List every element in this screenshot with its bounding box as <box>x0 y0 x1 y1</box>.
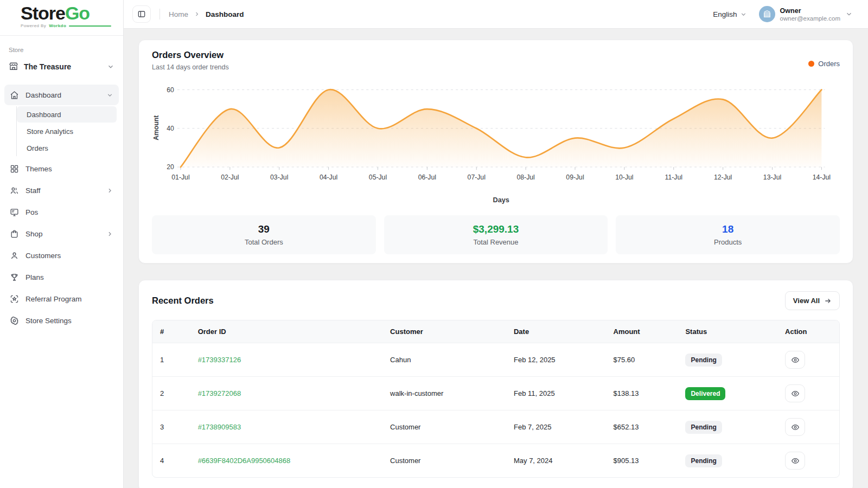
view-order-button[interactable] <box>785 452 805 470</box>
view-order-button[interactable] <box>785 351 805 369</box>
svg-text:14-Jul: 14-Jul <box>813 174 831 181</box>
date-cell: Feb 11, 2025 <box>506 377 606 410</box>
language-selector[interactable]: English <box>713 10 746 18</box>
total-orders-label: Total Orders <box>245 238 283 246</box>
logo-go-part: Go <box>65 3 90 23</box>
sidebar-subitem-orders[interactable]: Orders <box>17 140 117 156</box>
row-num: 4 <box>152 444 190 478</box>
recent-orders-card: Recent Orders View All # Order ID <box>138 280 853 488</box>
grid-icon <box>10 164 19 174</box>
sidebar-item-staff[interactable]: Staff <box>4 180 119 201</box>
legend-orders-label: Orders <box>818 60 840 68</box>
table-row: 4 #6639F8402D6A9950604868 Customer May 7… <box>152 444 839 478</box>
top-bar: Home Dashboard English <box>124 0 868 29</box>
amount-cell: $652.13 <box>606 410 678 444</box>
sidebar-item-dashboard[interactable]: Dashboard <box>4 85 119 105</box>
chart-x-axis-label: Days <box>493 196 509 204</box>
powered-by-underline <box>69 25 111 27</box>
date-cell: Feb 12, 2025 <box>506 343 606 377</box>
sidebar-panel-icon <box>137 10 146 18</box>
row-num: 1 <box>152 343 190 377</box>
column-header-date: Date <box>506 320 606 343</box>
stat-total-revenue: $3,299.13 Total Revenue <box>384 215 608 254</box>
sidebar-item-label: Customers <box>25 252 113 260</box>
store-selector[interactable]: The Treasure <box>0 57 123 79</box>
view-order-button[interactable] <box>785 384 805 402</box>
page-content: Orders Overview Last 14 days order trend… <box>124 29 868 488</box>
order-id-link[interactable]: #6639F8402D6A9950604868 <box>198 457 291 465</box>
svg-text:11-Jul: 11-Jul <box>665 174 682 181</box>
svg-text:40: 40 <box>167 125 174 132</box>
order-id-link[interactable]: #1738909583 <box>198 423 241 431</box>
svg-text:60: 60 <box>167 86 174 94</box>
amount-cell: $138.13 <box>606 377 678 410</box>
breadcrumb-home-link[interactable]: Home <box>169 10 188 18</box>
column-header-status: Status <box>678 320 777 343</box>
customer-cell: Cahun <box>382 343 506 377</box>
view-all-label: View All <box>793 297 820 305</box>
orders-trend-chart[interactable]: 204060 01-Jul02-Jul03-Jul04-Jul05-Jul06-… <box>152 74 840 208</box>
sidebar-section-store-label: Store <box>0 36 123 57</box>
logo-store-part: Store <box>21 3 65 23</box>
sidebar-item-pos[interactable]: Pos <box>4 202 119 222</box>
shopping-bag-icon <box>10 229 19 239</box>
sidebar-subitem-store-analytics[interactable]: Store Analytics <box>17 123 117 139</box>
sidebar-item-store-settings[interactable]: Store Settings <box>4 310 119 331</box>
orders-overview-subtitle: Last 14 days order trends <box>152 63 229 71</box>
column-header-customer: Customer <box>382 320 506 343</box>
eye-icon <box>791 457 800 465</box>
total-revenue-label: Total Revenue <box>473 238 518 246</box>
user-meta: Owner owner@example.com <box>780 7 840 22</box>
sidebar-item-shop[interactable]: Shop <box>4 223 119 244</box>
order-id-link[interactable]: #1739337126 <box>198 356 241 364</box>
svg-text:20: 20 <box>167 163 174 171</box>
sidebar-item-themes[interactable]: Themes <box>4 158 119 179</box>
sidebar-item-label: Referral Program <box>25 295 113 303</box>
chevron-down-icon <box>740 11 747 18</box>
status-badge: Delivered <box>685 387 725 400</box>
sidebar-item-label: Plans <box>25 273 113 281</box>
pos-monitor-icon <box>10 208 19 217</box>
dashboard-submenu: Dashboard Store Analytics Orders <box>16 106 119 156</box>
order-id-link[interactable]: #1739272068 <box>198 389 241 397</box>
user-menu[interactable]: Owner owner@example.com <box>759 6 853 22</box>
chart-y-axis-label: Amount <box>152 115 160 140</box>
eye-icon <box>791 389 800 398</box>
sidebar-toggle-button[interactable] <box>132 5 151 23</box>
amount-cell: $75.60 <box>606 343 678 377</box>
orders-overview-titles: Orders Overview Last 14 days order trend… <box>152 50 229 71</box>
user-name: Owner <box>780 7 840 15</box>
brand-logo[interactable]: StoreGo Powered By Workdo <box>0 0 123 36</box>
logo-text: StoreGo <box>21 4 111 22</box>
sidebar-item-plans[interactable]: Plans <box>4 267 119 287</box>
sidebar-item-referral-program[interactable]: Referral Program <box>4 288 119 309</box>
view-order-button[interactable] <box>785 418 805 436</box>
chevron-down-icon <box>845 10 853 18</box>
status-badge: Pending <box>685 354 722 367</box>
table-row: 2 #1739272068 walk-in-customer Feb 11, 2… <box>152 377 839 410</box>
row-num: 3 <box>152 410 190 444</box>
chevron-right-icon <box>194 11 200 17</box>
products-label: Products <box>714 238 742 246</box>
user-icon <box>10 251 19 260</box>
storefront-icon <box>9 62 18 72</box>
breadcrumb: Home Dashboard <box>169 10 244 18</box>
legend-orders-dot-icon <box>808 61 814 67</box>
status-badge: Pending <box>685 454 722 467</box>
view-all-button[interactable]: View All <box>785 291 840 310</box>
store-name: The Treasure <box>24 62 101 71</box>
summary-stats-row: 39 Total Orders $3,299.13 Total Revenue … <box>152 215 840 254</box>
table-row: 1 #1739337126 Cahun Feb 12, 2025 $75.60 … <box>152 343 839 377</box>
sidebar-item-customers[interactable]: Customers <box>4 245 119 266</box>
powered-by-brand: Workdo <box>49 23 66 28</box>
recent-orders-title: Recent Orders <box>152 296 214 306</box>
sidebar-subitem-dashboard[interactable]: Dashboard <box>17 106 117 123</box>
user-email: owner@example.com <box>780 15 840 22</box>
gear-icon <box>10 316 19 325</box>
main-column: Home Dashboard English <box>124 0 868 488</box>
svg-text:12-Jul: 12-Jul <box>714 174 732 181</box>
orders-table-body: 1 #1739337126 Cahun Feb 12, 2025 $75.60 … <box>152 343 839 478</box>
column-header-num: # <box>152 320 190 343</box>
orders-table-container: # Order ID Customer Date Amount Status A… <box>152 320 840 478</box>
chart-legend: Orders <box>808 60 840 68</box>
